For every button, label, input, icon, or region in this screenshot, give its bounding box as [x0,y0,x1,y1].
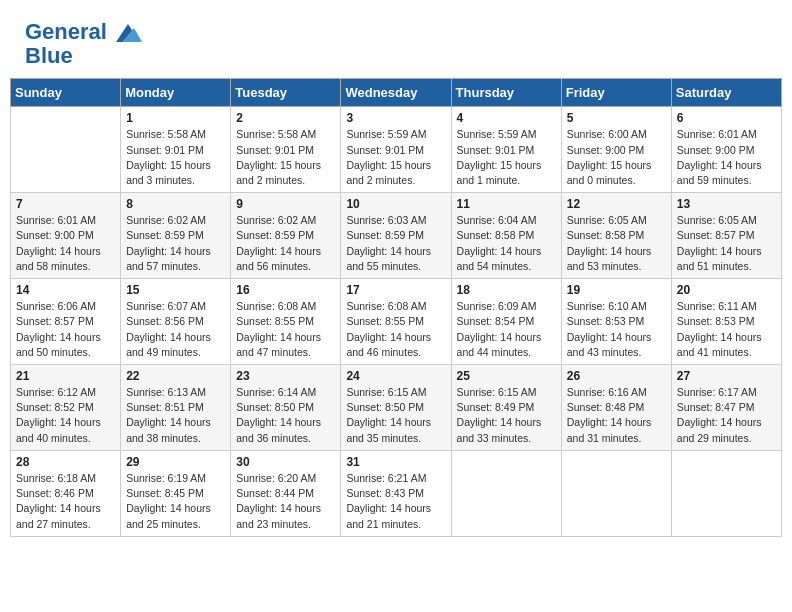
calendar-day-cell: 27Sunrise: 6:17 AM Sunset: 8:47 PM Dayli… [671,365,781,451]
calendar-day-cell: 3Sunrise: 5:59 AM Sunset: 9:01 PM Daylig… [341,107,451,193]
calendar-day-cell: 30Sunrise: 6:20 AM Sunset: 8:44 PM Dayli… [231,450,341,536]
calendar-day-cell: 9Sunrise: 6:02 AM Sunset: 8:59 PM Daylig… [231,193,341,279]
day-info: Sunrise: 6:00 AM Sunset: 9:00 PM Dayligh… [567,127,666,188]
calendar-header-row: SundayMondayTuesdayWednesdayThursdayFrid… [11,79,782,107]
weekday-header: Sunday [11,79,121,107]
day-number: 18 [457,283,556,297]
day-info: Sunrise: 6:10 AM Sunset: 8:53 PM Dayligh… [567,299,666,360]
calendar-day-cell: 28Sunrise: 6:18 AM Sunset: 8:46 PM Dayli… [11,450,121,536]
calendar-week-row: 28Sunrise: 6:18 AM Sunset: 8:46 PM Dayli… [11,450,782,536]
calendar-day-cell: 19Sunrise: 6:10 AM Sunset: 8:53 PM Dayli… [561,279,671,365]
day-number: 11 [457,197,556,211]
day-number: 31 [346,455,445,469]
calendar-day-cell: 23Sunrise: 6:14 AM Sunset: 8:50 PM Dayli… [231,365,341,451]
day-info: Sunrise: 6:11 AM Sunset: 8:53 PM Dayligh… [677,299,776,360]
calendar-week-row: 7Sunrise: 6:01 AM Sunset: 9:00 PM Daylig… [11,193,782,279]
day-number: 28 [16,455,115,469]
day-info: Sunrise: 6:15 AM Sunset: 8:49 PM Dayligh… [457,385,556,446]
calendar-day-cell: 21Sunrise: 6:12 AM Sunset: 8:52 PM Dayli… [11,365,121,451]
day-number: 5 [567,111,666,125]
day-info: Sunrise: 5:59 AM Sunset: 9:01 PM Dayligh… [457,127,556,188]
day-number: 26 [567,369,666,383]
day-number: 30 [236,455,335,469]
day-info: Sunrise: 6:09 AM Sunset: 8:54 PM Dayligh… [457,299,556,360]
calendar-day-cell: 31Sunrise: 6:21 AM Sunset: 8:43 PM Dayli… [341,450,451,536]
day-info: Sunrise: 6:17 AM Sunset: 8:47 PM Dayligh… [677,385,776,446]
calendar-day-cell: 29Sunrise: 6:19 AM Sunset: 8:45 PM Dayli… [121,450,231,536]
day-info: Sunrise: 6:14 AM Sunset: 8:50 PM Dayligh… [236,385,335,446]
day-number: 23 [236,369,335,383]
weekday-header: Tuesday [231,79,341,107]
day-info: Sunrise: 5:58 AM Sunset: 9:01 PM Dayligh… [236,127,335,188]
day-info: Sunrise: 6:06 AM Sunset: 8:57 PM Dayligh… [16,299,115,360]
day-number: 29 [126,455,225,469]
day-info: Sunrise: 6:03 AM Sunset: 8:59 PM Dayligh… [346,213,445,274]
calendar-day-cell: 22Sunrise: 6:13 AM Sunset: 8:51 PM Dayli… [121,365,231,451]
day-number: 14 [16,283,115,297]
calendar-day-cell [671,450,781,536]
day-number: 12 [567,197,666,211]
day-number: 9 [236,197,335,211]
day-info: Sunrise: 6:21 AM Sunset: 8:43 PM Dayligh… [346,471,445,532]
day-info: Sunrise: 5:58 AM Sunset: 9:01 PM Dayligh… [126,127,225,188]
day-info: Sunrise: 6:18 AM Sunset: 8:46 PM Dayligh… [16,471,115,532]
day-info: Sunrise: 5:59 AM Sunset: 9:01 PM Dayligh… [346,127,445,188]
day-number: 3 [346,111,445,125]
weekday-header: Wednesday [341,79,451,107]
calendar-day-cell: 12Sunrise: 6:05 AM Sunset: 8:58 PM Dayli… [561,193,671,279]
day-number: 16 [236,283,335,297]
day-info: Sunrise: 6:16 AM Sunset: 8:48 PM Dayligh… [567,385,666,446]
day-info: Sunrise: 6:19 AM Sunset: 8:45 PM Dayligh… [126,471,225,532]
logo: General Blue [25,20,142,68]
calendar-day-cell: 14Sunrise: 6:06 AM Sunset: 8:57 PM Dayli… [11,279,121,365]
day-info: Sunrise: 6:02 AM Sunset: 8:59 PM Dayligh… [126,213,225,274]
calendar-day-cell: 4Sunrise: 5:59 AM Sunset: 9:01 PM Daylig… [451,107,561,193]
weekday-header: Monday [121,79,231,107]
page-header: General Blue [10,10,782,73]
logo-blue: Blue [25,44,142,68]
calendar-day-cell: 10Sunrise: 6:03 AM Sunset: 8:59 PM Dayli… [341,193,451,279]
day-number: 4 [457,111,556,125]
day-number: 25 [457,369,556,383]
day-info: Sunrise: 6:05 AM Sunset: 8:57 PM Dayligh… [677,213,776,274]
day-info: Sunrise: 6:07 AM Sunset: 8:56 PM Dayligh… [126,299,225,360]
calendar-day-cell: 25Sunrise: 6:15 AM Sunset: 8:49 PM Dayli… [451,365,561,451]
calendar-table: SundayMondayTuesdayWednesdayThursdayFrid… [10,78,782,536]
calendar-week-row: 1Sunrise: 5:58 AM Sunset: 9:01 PM Daylig… [11,107,782,193]
weekday-header: Thursday [451,79,561,107]
day-number: 10 [346,197,445,211]
calendar-day-cell: 1Sunrise: 5:58 AM Sunset: 9:01 PM Daylig… [121,107,231,193]
day-number: 22 [126,369,225,383]
calendar-day-cell: 16Sunrise: 6:08 AM Sunset: 8:55 PM Dayli… [231,279,341,365]
calendar-day-cell: 18Sunrise: 6:09 AM Sunset: 8:54 PM Dayli… [451,279,561,365]
day-number: 15 [126,283,225,297]
calendar-day-cell: 20Sunrise: 6:11 AM Sunset: 8:53 PM Dayli… [671,279,781,365]
calendar-day-cell: 13Sunrise: 6:05 AM Sunset: 8:57 PM Dayli… [671,193,781,279]
day-info: Sunrise: 6:04 AM Sunset: 8:58 PM Dayligh… [457,213,556,274]
day-info: Sunrise: 6:08 AM Sunset: 8:55 PM Dayligh… [236,299,335,360]
calendar-day-cell: 5Sunrise: 6:00 AM Sunset: 9:00 PM Daylig… [561,107,671,193]
day-number: 21 [16,369,115,383]
day-number: 19 [567,283,666,297]
calendar-week-row: 14Sunrise: 6:06 AM Sunset: 8:57 PM Dayli… [11,279,782,365]
day-info: Sunrise: 6:15 AM Sunset: 8:50 PM Dayligh… [346,385,445,446]
day-number: 2 [236,111,335,125]
logo-text: General [25,20,142,44]
day-info: Sunrise: 6:01 AM Sunset: 9:00 PM Dayligh… [677,127,776,188]
day-number: 1 [126,111,225,125]
day-info: Sunrise: 6:20 AM Sunset: 8:44 PM Dayligh… [236,471,335,532]
day-info: Sunrise: 6:12 AM Sunset: 8:52 PM Dayligh… [16,385,115,446]
day-number: 7 [16,197,115,211]
calendar-day-cell: 15Sunrise: 6:07 AM Sunset: 8:56 PM Dayli… [121,279,231,365]
day-info: Sunrise: 6:01 AM Sunset: 9:00 PM Dayligh… [16,213,115,274]
logo-general: General [25,19,107,44]
calendar-day-cell: 7Sunrise: 6:01 AM Sunset: 9:00 PM Daylig… [11,193,121,279]
calendar-day-cell: 17Sunrise: 6:08 AM Sunset: 8:55 PM Dayli… [341,279,451,365]
calendar-day-cell: 26Sunrise: 6:16 AM Sunset: 8:48 PM Dayli… [561,365,671,451]
calendar-week-row: 21Sunrise: 6:12 AM Sunset: 8:52 PM Dayli… [11,365,782,451]
calendar-day-cell: 2Sunrise: 5:58 AM Sunset: 9:01 PM Daylig… [231,107,341,193]
day-info: Sunrise: 6:05 AM Sunset: 8:58 PM Dayligh… [567,213,666,274]
day-info: Sunrise: 6:13 AM Sunset: 8:51 PM Dayligh… [126,385,225,446]
calendar-day-cell: 24Sunrise: 6:15 AM Sunset: 8:50 PM Dayli… [341,365,451,451]
weekday-header: Friday [561,79,671,107]
